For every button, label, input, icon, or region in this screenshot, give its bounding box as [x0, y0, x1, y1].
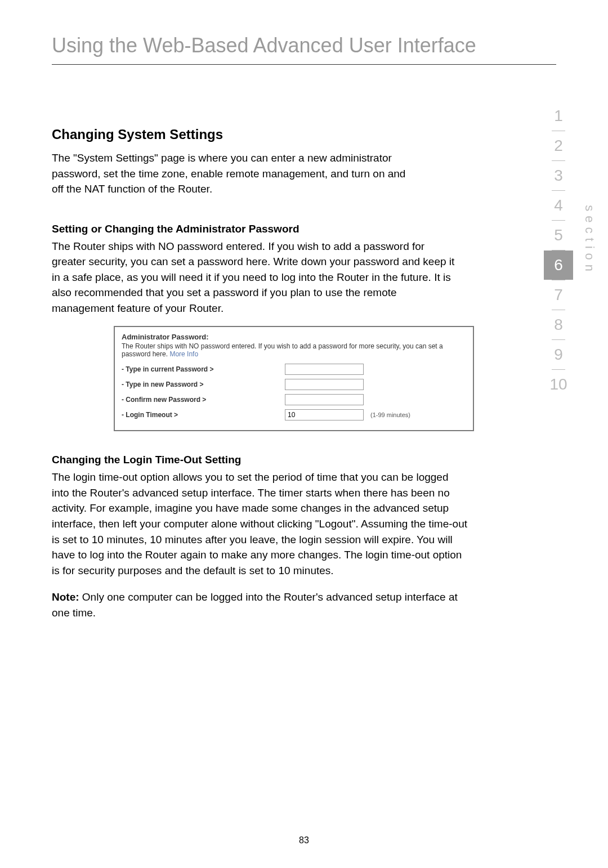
input-current-password[interactable]	[285, 364, 364, 375]
section-nav-item-4[interactable]: 4	[544, 191, 573, 220]
input-confirm-password[interactable]	[285, 394, 364, 405]
note-paragraph: Note: Only one computer can be logged in…	[52, 589, 468, 620]
page-number: 83	[0, 835, 608, 845]
input-new-password[interactable]	[285, 379, 364, 390]
section-nav-item-1[interactable]: 1	[544, 101, 573, 131]
row-current-password: - Type in current Password >	[122, 364, 466, 375]
label-current-password: - Type in current Password >	[122, 365, 285, 373]
intro-paragraph: The "System Settings" page is where you …	[52, 150, 412, 197]
row-login-timeout: - Login Timeout > (1-99 minutes)	[122, 409, 466, 420]
row-new-password: - Type in new Password >	[122, 379, 466, 390]
section-nav-item-7[interactable]: 7	[544, 280, 573, 310]
admin-password-paragraph: The Router ships with NO password entere…	[52, 239, 457, 316]
row-confirm-password: - Confirm new Password >	[122, 394, 466, 405]
heading-admin-password: Setting or Changing the Administrator Pa…	[52, 223, 556, 235]
more-info-link[interactable]: More Info	[169, 350, 198, 358]
login-timeout-hint: (1-99 minutes)	[370, 411, 410, 418]
admin-password-screenshot: Administrator Password: The Router ships…	[114, 326, 474, 431]
input-login-timeout[interactable]	[285, 409, 364, 420]
section-nav: 12345678910	[544, 101, 573, 399]
screenshot-title: Administrator Password:	[122, 333, 466, 341]
section-nav-item-10[interactable]: 10	[544, 370, 573, 399]
section-nav-item-5[interactable]: 5	[544, 221, 573, 250]
section-nav-item-8[interactable]: 8	[544, 310, 573, 339]
heading-changing-system-settings: Changing System Settings	[52, 127, 556, 142]
section-nav-item-6[interactable]: 6	[544, 250, 573, 280]
label-login-timeout: - Login Timeout >	[122, 411, 285, 419]
heading-login-timeout: Changing the Login Time-Out Setting	[52, 454, 556, 466]
screenshot-desc: The Router ships with NO password entere…	[122, 342, 466, 358]
label-new-password: - Type in new Password >	[122, 381, 285, 388]
note-label: Note:	[52, 591, 82, 603]
login-timeout-paragraph: The login time-out option allows you to …	[52, 469, 468, 578]
label-confirm-password: - Confirm new Password >	[122, 396, 285, 404]
section-nav-item-2[interactable]: 2	[544, 131, 573, 160]
section-nav-item-3[interactable]: 3	[544, 161, 573, 190]
note-text: Only one computer can be logged into the…	[52, 591, 458, 619]
page-title: Using the Web-Based Advanced User Interf…	[52, 34, 556, 65]
section-nav-item-9[interactable]: 9	[544, 340, 573, 369]
section-label: section	[582, 205, 597, 276]
